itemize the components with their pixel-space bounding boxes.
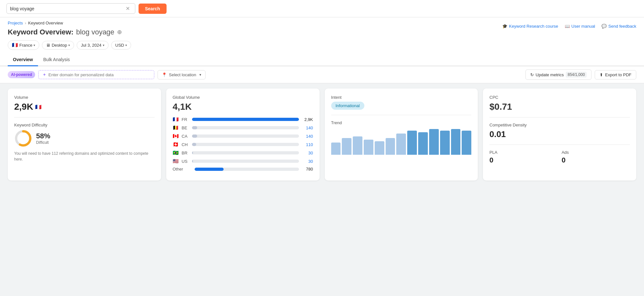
filters-row: 🇫🇷 France ▾ 🖥 Desktop ▾ Jul 3, 2024 ▾ [8, 40, 131, 54]
chevron-down-icon-4: ▾ [125, 43, 127, 47]
filter-date-label: Jul 3, 2024 [81, 43, 101, 48]
update-metrics-button[interactable]: ↻ Update metrics 854/1,000 [525, 69, 592, 80]
bar-track-fr [192, 118, 299, 121]
bar-fill-br [192, 151, 193, 154]
bar-value-br: 30 [302, 151, 313, 155]
chevron-down-icon-5: ▾ [199, 73, 201, 77]
donut-chart [14, 129, 32, 147]
volume-label: Volume [14, 95, 155, 100]
location-select[interactable]: 📍 Select location ▾ [158, 70, 206, 79]
bar-row: 🇺🇸 US 30 [173, 158, 313, 164]
content-area: Volume 2,9K 🇫🇷 Keyword Difficulty 58% Di… [0, 83, 644, 186]
refresh-icon: ↻ [530, 72, 534, 77]
bar-country-be: BE [182, 125, 189, 130]
trend-bar-0 [331, 143, 341, 155]
desktop-icon: 🖥 [46, 43, 50, 48]
location-pin-icon: 📍 [162, 72, 167, 77]
domain-input[interactable] [48, 72, 150, 77]
filter-date[interactable]: Jul 3, 2024 ▾ [77, 41, 109, 50]
clear-icon[interactable]: ✕ [126, 5, 130, 12]
export-icon: ⬆ [600, 72, 603, 77]
ads-block: Ads 0 [562, 150, 630, 164]
bar-flag-ca: 🇨🇦 [173, 133, 179, 139]
bar-fill-ch [192, 143, 196, 146]
bar-value-ch: 110 [302, 142, 313, 147]
filter-device[interactable]: 🖥 Desktop ▾ [42, 41, 74, 50]
bar-flag-us: 🇺🇸 [173, 158, 179, 164]
filter-country-label: France [19, 43, 32, 48]
bar-fill-ca [192, 134, 197, 138]
domain-input-wrapper[interactable]: ✦ [38, 70, 154, 79]
bar-row: 🇧🇪 BE 140 [173, 125, 313, 131]
kd-label: Keyword Difficulty [14, 123, 155, 127]
bar-country-fr: FR [182, 117, 189, 122]
filter-device-label: Desktop [52, 43, 67, 48]
bar-flag-be: 🇧🇪 [173, 125, 179, 131]
header-area: Projects › Keyword Overview Keyword Over… [0, 17, 644, 54]
filter-currency[interactable]: USD ▾ [111, 41, 131, 50]
bar-flag-fr: 🇫🇷 [173, 116, 179, 122]
bar-value-us: 30 [302, 159, 313, 164]
trend-bar-2 [353, 136, 362, 155]
page-title-keyword: blog voyage [76, 28, 114, 36]
graduation-cap-icon: 🎓 [502, 24, 507, 29]
bar-country-ch: CH [182, 142, 189, 147]
send-feedback-label: Send feedback [608, 24, 636, 29]
trend-bar-3 [364, 140, 373, 155]
cpc-card: CPC $0.71 Competitive Density 0.01 PLA 0… [483, 88, 636, 180]
filter-currency-label: USD [115, 43, 124, 48]
update-metrics-label: Update metrics [536, 72, 564, 77]
trend-bar-4 [375, 141, 384, 155]
filter-country[interactable]: 🇫🇷 France ▾ [8, 40, 39, 50]
global-volume-value: 4,1K [173, 102, 313, 112]
global-volume-card: Global Volume 4,1K 🇫🇷 FR 2,9K 🇧🇪 BE 140 … [166, 88, 320, 180]
card-divider-3 [489, 117, 630, 117]
card-divider [14, 117, 155, 117]
volume-value: 2,9K 🇫🇷 [14, 102, 155, 112]
search-button[interactable]: Search [139, 4, 167, 14]
breadcrumb-parent[interactable]: Projects [8, 21, 23, 25]
add-keyword-icon[interactable]: ⊕ [117, 29, 122, 36]
page-title: Keyword Overview: blog voyage ⊕ [8, 28, 131, 36]
search-input[interactable] [10, 6, 126, 11]
keyword-course-link[interactable]: 🎓 Keyword Research course [502, 24, 558, 29]
pla-block: PLA 0 [489, 150, 558, 164]
bar-value-fr: 2,9K [302, 117, 313, 122]
difficulty-row: 58% Difficult [14, 129, 155, 147]
trend-bar-8 [418, 132, 428, 155]
intent-label: Intent [331, 95, 472, 100]
chevron-down-icon: ▾ [34, 43, 35, 47]
toolbar-right: ↻ Update metrics 854/1,000 ⬆ Export to P… [525, 69, 636, 80]
bar-track-ca [192, 134, 299, 138]
difficulty-rating: Difficult [36, 140, 50, 145]
search-bar: ✕ Search [0, 0, 644, 17]
breadcrumb-current: Keyword Overview [28, 21, 63, 25]
trend-bar-10 [440, 131, 450, 155]
bar-fill-fr [192, 118, 299, 121]
send-feedback-link[interactable]: 💬 Send feedback [601, 24, 636, 29]
keyword-course-label: Keyword Research course [509, 24, 558, 29]
trend-bars [331, 129, 472, 155]
volume-difficulty-card: Volume 2,9K 🇫🇷 Keyword Difficulty 58% Di… [8, 88, 161, 180]
pla-label: PLA [489, 150, 558, 155]
bar-flag-br: 🇧🇷 [173, 150, 179, 156]
chevron-down-icon-2: ▾ [68, 43, 70, 47]
export-pdf-button[interactable]: ⬆ Export to PDF [595, 70, 636, 79]
competitive-density-value: 0.01 [489, 129, 630, 139]
bar-track-ch [192, 143, 299, 146]
bar-country-ca: CA [182, 134, 189, 139]
bar-track-be [192, 126, 299, 129]
trend-bar-6 [396, 134, 406, 155]
chevron-down-icon-3: ▾ [103, 43, 104, 47]
other-bar-value: 780 [302, 167, 313, 171]
tab-bulk-analysis[interactable]: Bulk Analysis [38, 54, 75, 66]
bar-track-us [192, 160, 299, 163]
tab-overview[interactable]: Overview [8, 54, 38, 66]
trend-bar-11 [451, 129, 461, 155]
trend-bar-7 [407, 131, 417, 155]
trend-bar-1 [342, 138, 351, 155]
ads-value: 0 [562, 156, 630, 164]
competitive-density-label: Competitive Density [489, 123, 630, 127]
difficulty-description: You will need to have 112 referring doma… [14, 151, 155, 162]
user-manual-link[interactable]: 📖 User manual [565, 24, 595, 29]
